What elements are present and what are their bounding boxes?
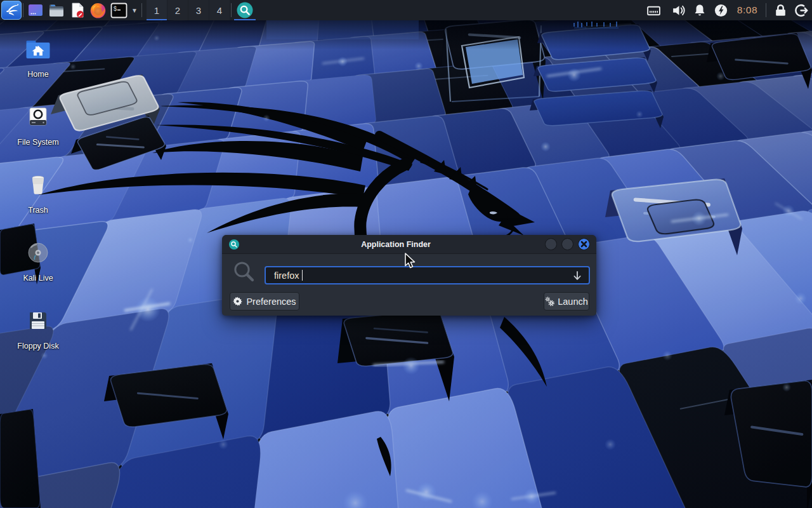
svg-text:$: $ [114, 5, 117, 12]
